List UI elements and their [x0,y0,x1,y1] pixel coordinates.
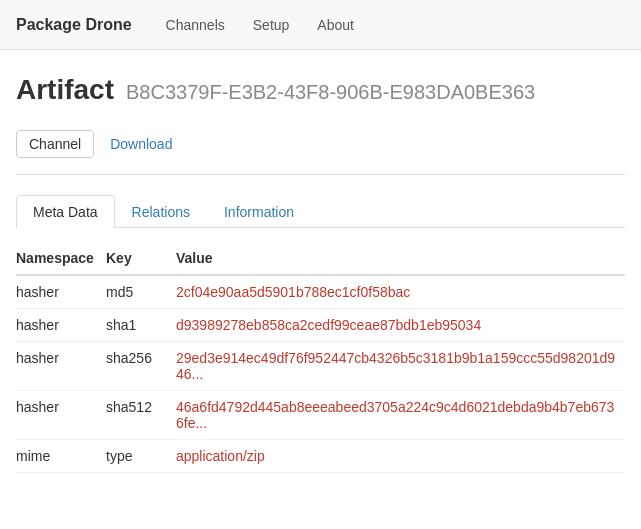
col-header-value: Value [176,244,625,275]
navbar-links: Channels Setup About [156,11,364,39]
page-content: Artifact B8C3379F-E3B2-43F8-906B-E983DA0… [0,50,641,489]
navbar: Package Drone Channels Setup About [0,0,641,50]
action-bar: Channel Download [16,130,625,175]
tab-information[interactable]: Information [207,195,311,228]
metadata-table: Namespace Key Value hashermd52cf04e90aa5… [16,244,625,473]
page-title-container: Artifact B8C3379F-E3B2-43F8-906B-E983DA0… [16,74,625,106]
artifact-id: B8C3379F-E3B2-43F8-906B-E983DA0BE363 [126,81,535,104]
tab-relations[interactable]: Relations [115,195,207,228]
cell-value: 46a6fd4792d445ab8eeeabeed3705a224c9c4d60… [176,391,625,440]
tabs: Meta Data Relations Information [16,195,625,228]
col-header-namespace: Namespace [16,244,106,275]
cell-namespace: hasher [16,342,106,391]
cell-value: application/zip [176,440,625,473]
cell-value: 29ed3e914ec49df76f952447cb4326b5c3181b9b… [176,342,625,391]
navbar-link-about[interactable]: About [307,11,364,39]
navbar-link-setup[interactable]: Setup [243,11,300,39]
tab-meta-data[interactable]: Meta Data [16,195,115,228]
table-row: mimetypeapplication/zip [16,440,625,473]
cell-key: sha512 [106,391,176,440]
navbar-brand[interactable]: Package Drone [16,16,132,34]
cell-key: sha1 [106,309,176,342]
cell-value: d93989278eb858ca2cedf99ceae87bdb1eb95034 [176,309,625,342]
cell-namespace: hasher [16,275,106,309]
cell-value: 2cf04e90aa5d5901b788ec1cf0f58bac [176,275,625,309]
navbar-link-channels[interactable]: Channels [156,11,235,39]
download-link[interactable]: Download [110,136,172,152]
page-title: Artifact [16,74,114,106]
cell-namespace: mime [16,440,106,473]
channel-button[interactable]: Channel [16,130,94,158]
table-row: hashersha1d93989278eb858ca2cedf99ceae87b… [16,309,625,342]
table-row: hashermd52cf04e90aa5d5901b788ec1cf0f58ba… [16,275,625,309]
table-header-row: Namespace Key Value [16,244,625,275]
cell-key: type [106,440,176,473]
table-row: hashersha51246a6fd4792d445ab8eeeabeed370… [16,391,625,440]
cell-namespace: hasher [16,391,106,440]
cell-key: md5 [106,275,176,309]
col-header-key: Key [106,244,176,275]
cell-key: sha256 [106,342,176,391]
cell-namespace: hasher [16,309,106,342]
table-row: hashersha25629ed3e914ec49df76f952447cb43… [16,342,625,391]
